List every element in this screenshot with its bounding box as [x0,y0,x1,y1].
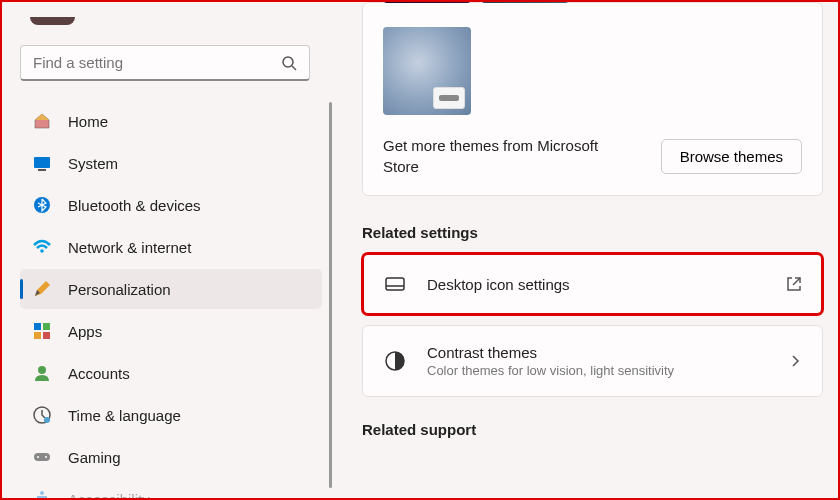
sidebar: Home System Bluetooth & devices Network … [2,2,332,498]
nav-item-network[interactable]: Network & internet [20,227,322,267]
accounts-icon [32,363,52,383]
svg-point-5 [40,249,44,253]
setting-title: Contrast themes [427,344,788,361]
wifi-icon [32,237,52,257]
theme-thumbnails [383,3,802,123]
nav-label: Gaming [68,449,121,466]
setting-title: Desktop icon settings [427,276,786,293]
nav-list: Home System Bluetooth & devices Network … [20,101,322,500]
setting-subtitle: Color themes for low vision, light sensi… [427,363,788,378]
svg-rect-2 [34,157,50,168]
svg-point-0 [283,57,293,67]
clock-icon [32,405,52,425]
svg-rect-17 [386,278,404,290]
svg-line-1 [292,66,296,70]
avatar[interactable] [30,17,75,25]
themes-more-text: Get more themes from Microsoft Store [383,135,603,177]
svg-rect-6 [34,323,41,330]
nav-label: Home [68,113,108,130]
browse-themes-button[interactable]: Browse themes [661,139,802,174]
nav-item-time[interactable]: Time & language [20,395,322,435]
theme-thumb-bloom[interactable] [383,27,471,115]
svg-rect-7 [43,323,50,330]
nav-label: Time & language [68,407,181,424]
system-icon [32,153,52,173]
chevron-right-icon [788,354,802,368]
nav-label: Bluetooth & devices [68,197,201,214]
desktop-icon-settings-card[interactable]: Desktop icon settings [362,253,823,315]
svg-rect-9 [43,332,50,339]
svg-rect-3 [38,169,46,171]
svg-point-16 [40,491,44,495]
theme-thumb-teal[interactable] [481,2,569,3]
svg-rect-8 [34,332,41,339]
nav-label: Apps [68,323,102,340]
search-icon [281,55,297,71]
related-support-heading: Related support [362,421,823,438]
svg-point-14 [37,456,39,458]
main-content: Get more themes from Microsoft Store Bro… [332,2,838,498]
apps-icon [32,321,52,341]
personalization-icon [32,279,52,299]
home-icon [32,111,52,131]
nav-label: Accounts [68,365,130,382]
related-settings-heading: Related settings [362,224,823,241]
nav-item-system[interactable]: System [20,143,322,183]
external-link-icon [786,276,802,292]
nav-item-accounts[interactable]: Accounts [20,353,322,393]
nav-label: System [68,155,118,172]
sidebar-scrollbar[interactable] [329,102,332,488]
accessibility-icon [32,489,52,500]
search-box[interactable] [20,45,310,81]
svg-line-19 [793,278,800,285]
nav-item-personalization[interactable]: Personalization [20,269,322,309]
nav-item-home[interactable]: Home [20,101,322,141]
search-input[interactable] [33,54,281,71]
nav-label: Network & internet [68,239,191,256]
contrast-icon [383,349,407,373]
nav-item-gaming[interactable]: Gaming [20,437,322,477]
nav-item-accessibility[interactable]: Accessibility [20,479,322,500]
svg-point-15 [45,456,47,458]
gaming-icon [32,447,52,467]
nav-label: Accessibility [68,491,150,501]
svg-point-10 [38,366,46,374]
desktop-icon [383,272,407,296]
nav-label: Personalization [68,281,171,298]
nav-item-bluetooth[interactable]: Bluetooth & devices [20,185,322,225]
contrast-themes-card[interactable]: Contrast themes Color themes for low vis… [362,325,823,397]
themes-card: Get more themes from Microsoft Store Bro… [362,2,823,196]
theme-thumb-dark[interactable] [383,2,471,3]
nav-item-apps[interactable]: Apps [20,311,322,351]
svg-rect-13 [34,453,50,461]
bluetooth-icon [32,195,52,215]
svg-point-12 [44,417,50,423]
